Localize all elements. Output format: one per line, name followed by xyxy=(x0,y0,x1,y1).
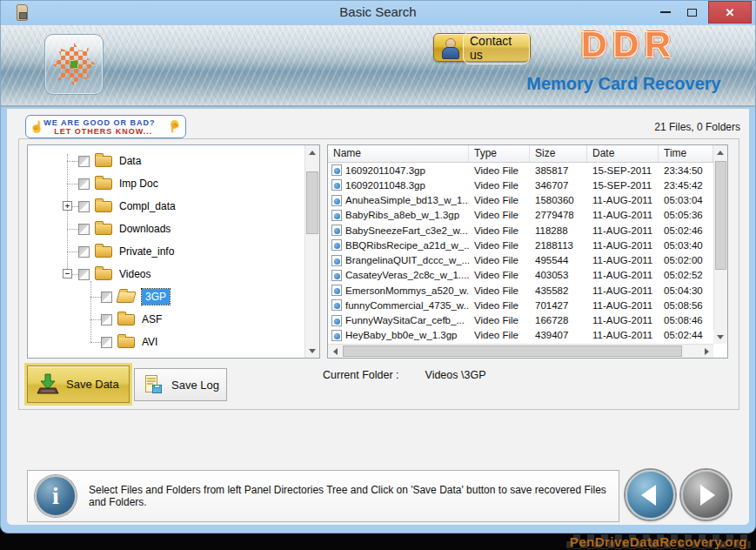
folder-icon xyxy=(95,224,112,235)
video-file-icon xyxy=(331,270,342,281)
scroll-up-button[interactable] xyxy=(713,145,727,159)
file-time: 05:02:52 xyxy=(664,270,703,280)
file-size: 1580360 xyxy=(535,195,574,205)
tree-item[interactable]: AVI xyxy=(28,331,304,353)
file-date: 11-AUG-2011 xyxy=(592,315,652,325)
file-type: Video File xyxy=(474,195,518,205)
file-time: 05:02:44 xyxy=(664,330,703,340)
folder-icon xyxy=(117,314,135,325)
scroll-left-button[interactable] xyxy=(328,345,342,359)
file-time: 05:02:46 xyxy=(664,225,703,236)
checkered-star-icon xyxy=(52,43,96,86)
file-name: BabySneezeFart_c3e2_w... xyxy=(345,225,468,236)
file-date: 15-SEP-2011 xyxy=(592,165,652,176)
tree-item[interactable]: 3GP xyxy=(28,285,304,308)
tree-checkbox[interactable] xyxy=(78,269,90,280)
file-date: 11-AUG-2011 xyxy=(592,195,652,205)
tree-item[interactable]: Data xyxy=(28,150,304,172)
file-name: BBQRibsRecipe_a21d_w_... xyxy=(345,240,469,251)
scroll-down-button[interactable] xyxy=(305,344,319,358)
scroll-right-button[interactable] xyxy=(699,345,713,359)
column-header-type[interactable]: Type xyxy=(469,145,530,162)
scroll-down-button[interactable] xyxy=(713,330,727,344)
tree-checkbox[interactable] xyxy=(78,201,90,212)
forward-button[interactable] xyxy=(681,470,731,520)
table-vscroll-thumb[interactable] xyxy=(715,161,726,270)
feedback-badge[interactable]: ☝ WE ARE GOOD OR BAD? LET OTHERS KNOW...… xyxy=(25,115,186,138)
file-size: 166728 xyxy=(535,315,568,325)
tree-item[interactable]: + Compl_data xyxy=(28,195,304,218)
tree-checkbox[interactable] xyxy=(101,337,112,348)
file-type: Video File xyxy=(474,270,518,280)
tree-expander[interactable]: + xyxy=(63,201,72,211)
tree-item-label: ASF xyxy=(142,313,162,325)
current-folder-label: Current Folder : xyxy=(323,369,399,381)
file-type: Video File xyxy=(474,180,518,191)
tree-scroll-thumb[interactable] xyxy=(306,171,318,234)
contact-us-button[interactable]: Contact us xyxy=(433,33,531,62)
tree-checkbox[interactable] xyxy=(78,178,90,190)
tree-item[interactable]: Private_info xyxy=(28,240,304,263)
scroll-up-button[interactable] xyxy=(305,145,319,159)
table-row[interactable]: 16092011048.3gp Video File 346707 15-SEP… xyxy=(328,178,713,192)
save-log-button[interactable]: Save Log xyxy=(134,368,227,401)
feedback-line2: LET OTHERS KNOW... xyxy=(54,127,168,136)
app-window: Basic Search ✕ Contact us DDR Memory Car… xyxy=(0,0,756,533)
table-hscroll-thumb[interactable] xyxy=(343,345,682,357)
table-row[interactable]: FunnyWaySitaCar_cefb_... Video File 1667… xyxy=(328,313,713,328)
tree-checkbox[interactable] xyxy=(78,156,90,167)
save-log-icon xyxy=(143,374,164,395)
close-button[interactable]: ✕ xyxy=(708,1,752,23)
tree-vertical-scrollbar[interactable] xyxy=(304,145,319,358)
file-size: 439407 xyxy=(535,330,568,340)
table-row[interactable]: CasateyVeras_2c8c_w_1.... Video File 403… xyxy=(328,268,713,283)
forward-arrow-icon xyxy=(700,485,715,506)
table-row[interactable]: HeyBaby_bb0e_w_1.3gp Video File 439407 1… xyxy=(328,328,713,343)
file-type: Video File xyxy=(474,330,518,340)
table-row[interactable]: BBQRibsRecipe_a21d_w_... Video File 2188… xyxy=(328,238,713,252)
file-time: 05:03:40 xyxy=(664,240,703,251)
save-data-button[interactable]: Save Data xyxy=(27,366,130,403)
tree-checkbox[interactable] xyxy=(78,224,90,235)
file-table-panel: NameTypeSizeDateTime 16092011047.3gp Vid… xyxy=(327,144,728,359)
file-time: 23:45:42 xyxy=(664,180,703,191)
table-row[interactable]: BrangelinaQUIT_dccc_w_... Video File 495… xyxy=(328,253,713,268)
column-header-date[interactable]: Date xyxy=(587,145,659,162)
table-vertical-scrollbar[interactable] xyxy=(713,145,727,344)
product-name: Memory Card Recovery xyxy=(524,74,724,94)
video-file-icon xyxy=(331,195,342,206)
maximize-button[interactable] xyxy=(682,1,701,23)
file-name: HeyBaby_bb0e_w_1.3gp xyxy=(345,330,458,340)
minimize-button[interactable] xyxy=(656,1,675,23)
thumbs-down-icon: ☝ xyxy=(168,121,182,132)
folder-icon xyxy=(117,337,135,348)
tree-item[interactable]: − Videos xyxy=(28,263,304,285)
tree-item-label: Compl_data xyxy=(119,200,176,212)
tree-item-label: Videos xyxy=(119,268,151,280)
table-row[interactable]: BabySneezeFart_c3e2_w... Video File 1182… xyxy=(328,223,713,238)
tree-checkbox[interactable] xyxy=(101,292,112,303)
feedback-text: WE ARE GOOD OR BAD? LET OTHERS KNOW... xyxy=(43,118,168,136)
file-date: 11-AUG-2011 xyxy=(592,210,652,220)
tree-checkbox[interactable] xyxy=(101,314,112,325)
tree-item[interactable]: Downloads xyxy=(28,218,304,240)
column-header-time[interactable]: Time xyxy=(659,145,713,162)
brand-logo: DDR xyxy=(577,22,681,67)
file-size: 346707 xyxy=(535,180,568,191)
save-data-icon xyxy=(37,373,59,396)
back-button[interactable] xyxy=(626,470,675,520)
table-row[interactable]: BabyRibs_a8eb_w_1.3gp Video File 2779478… xyxy=(328,208,713,223)
window-title: Basic Search xyxy=(1,4,755,19)
tree-expander[interactable]: − xyxy=(63,269,72,278)
table-horizontal-scrollbar[interactable] xyxy=(328,344,713,358)
table-row[interactable]: AnuheaSimple_bd13_w_1... Video File 1580… xyxy=(328,193,713,208)
table-row[interactable]: 16092011047.3gp Video File 385817 15-SEP… xyxy=(328,163,713,178)
table-row[interactable]: EmersonMommys_a520_w... Video File 43558… xyxy=(328,283,713,298)
column-header-name[interactable]: Name xyxy=(328,145,469,162)
tree-item[interactable]: ASF xyxy=(28,308,304,331)
tree-item[interactable]: Imp Doc xyxy=(28,172,304,195)
table-row[interactable]: funnyCommercial_4735_w... Video File 701… xyxy=(328,298,713,312)
video-file-icon xyxy=(331,255,342,266)
tree-checkbox[interactable] xyxy=(78,246,90,258)
column-header-size[interactable]: Size xyxy=(530,145,587,162)
